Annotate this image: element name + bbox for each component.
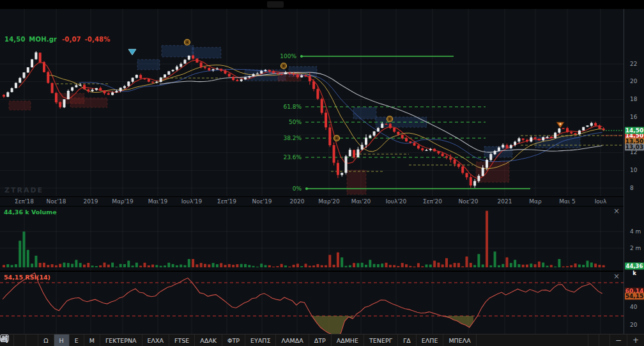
time-axis-label: 2019 (84, 198, 98, 205)
watermark: ZTRADE (4, 186, 43, 194)
price-pane[interactable]: 100%61.8%50%38.2%23.6%0% 14,50 MOH.gr -0… (0, 9, 624, 196)
price-tick: 20 (624, 78, 644, 84)
bottom-toolbar: i ΩΗΕΜ ΓΕΚΤΕΡΝΑΕΛΧΑFTSEΑΔΑΚΦΤΡΕΥΑΠΣΛΑΜΔΑ… (0, 334, 644, 346)
volume-value-label: 44,36 k (625, 263, 644, 270)
ticker-tab-ΕΥΑΠΣ[interactable]: ΕΥΑΠΣ (245, 334, 276, 346)
rsi-pane[interactable]: 54,15 RSI(14) × (0, 271, 624, 334)
rsi-close-icon[interactable]: × (613, 272, 620, 281)
ticker-tab-ΓΔ[interactable]: ΓΔ (398, 334, 417, 346)
time-axis-label: Νοε'19 (252, 198, 272, 205)
ticker-tab-ΕΛΠΕ[interactable]: ΕΛΠΕ (417, 334, 444, 346)
rsi-label: 54,15 RSI(14) (4, 274, 50, 281)
volume-tick: 4 m (624, 228, 644, 235)
time-axis-label: Μαρ'19 (112, 198, 133, 205)
zoom-in-button[interactable]: + (627, 334, 644, 346)
rsi-tick: 20 (624, 322, 644, 328)
price-value-label: 13,03 (625, 144, 644, 151)
time-axis-label: Ιουλ'19 (181, 198, 203, 205)
price-tick: 22 (624, 61, 644, 67)
timeframe-button-Μ[interactable]: Μ (84, 334, 100, 346)
time-axis-label: Μαι 5 (559, 198, 575, 205)
ticker-tab-ΔΤΡ[interactable]: ΔΤΡ (309, 334, 332, 346)
svg-text:100%: 100% (280, 53, 296, 59)
time-axis[interactable]: Σεπ'18Νοε'182019Μαρ'19Μαι'19Ιουλ'19Σεπ'1… (0, 196, 644, 207)
time-axis-label: Σεπ'19 (217, 198, 236, 205)
ticker-tab-ΜΠΕΛΑ[interactable]: ΜΠΕΛΑ (443, 334, 476, 346)
ticker-tab-FTSE[interactable]: FTSE (169, 334, 195, 346)
time-axis-label: Ιουλ'20 (386, 198, 407, 205)
timeframe-button-Ε[interactable]: Ε (70, 334, 84, 346)
top-bar-tab (267, 1, 284, 8)
price-tick: 8 (624, 185, 644, 191)
trading-app: 100%61.8%50%38.2%23.6%0% 14,50 MOH.gr -0… (0, 0, 644, 346)
svg-text:23.6%: 23.6% (283, 154, 302, 161)
rsi-value-label: 54,15 (625, 293, 644, 300)
time-axis-label: Σεπ'18 (15, 198, 34, 205)
time-axis-label: 2020 (290, 198, 305, 205)
ticker-tab-ΤΕΝΕΡΓ[interactable]: ΤΕΝΕΡΓ (364, 334, 398, 346)
ticker-tab-ΑΔΑΚ[interactable]: ΑΔΑΚ (195, 334, 222, 346)
ticker-info: 14,50 MOH.gr -0,07 -0,48% (4, 36, 113, 43)
volume-label: 44,36 k Volume (4, 208, 57, 216)
price-tick: 16 (624, 114, 644, 120)
ticker-symbol: MOH.gr (29, 36, 57, 43)
time-axis-label: Μαι'19 (148, 198, 168, 205)
timeframe-button-Ω[interactable]: Ω (38, 334, 54, 346)
ticker-tab-ΛΑΜΔΑ[interactable]: ΛΑΜΔΑ (276, 334, 309, 346)
price-tick: 18 (624, 96, 644, 102)
line-chart-icon[interactable] (588, 334, 599, 346)
ticker-tab-ΕΛΧΑ[interactable]: ΕΛΧΑ (142, 334, 170, 346)
svg-text:61.8%: 61.8% (283, 104, 302, 110)
draw-pencil-icon[interactable] (14, 334, 26, 346)
volume-close-icon[interactable]: × (613, 207, 620, 216)
top-bar (0, 0, 644, 9)
time-axis-label: Σεπ'20 (423, 198, 442, 205)
ticker-tab-ΑΔΜΗΕ[interactable]: ΑΔΜΗΕ (332, 334, 364, 346)
indicators-icon[interactable] (26, 334, 38, 346)
time-axis-label: Μαρ (529, 198, 541, 205)
price-axis-column[interactable]: 22201816121084 m2 m402014,5013,5013,0314… (624, 9, 644, 334)
ticker-tab-ΦΤΡ[interactable]: ΦΤΡ (222, 334, 245, 346)
svg-text:38.2%: 38.2% (283, 135, 302, 141)
ticker-change-pct: -0,48% (84, 36, 110, 43)
time-axis-label: Μαρ'20 (318, 198, 339, 205)
svg-text:0%: 0% (293, 185, 302, 192)
toolbar-spacer (477, 334, 588, 346)
price-tick: 10 (624, 167, 644, 173)
bar-chart-icon[interactable] (599, 334, 610, 346)
timeframe-button-Η[interactable]: Η (54, 334, 70, 346)
rsi-tick: 40 (624, 304, 644, 310)
time-axis-label: Μαι'20 (351, 198, 371, 205)
volume-pane[interactable]: 44,36 k Volume × (0, 207, 624, 271)
time-axis-label: 2021 (498, 198, 512, 205)
svg-text:50%: 50% (289, 119, 302, 125)
time-axis-label: Νοε'20 (458, 198, 478, 205)
ticker-tab-ΓΕΚΤΕΡΝΑ[interactable]: ΓΕΚΤΕΡΝΑ (100, 334, 142, 346)
time-axis-label: Ιουλ (595, 198, 607, 205)
price-value-label: 14,50 (625, 127, 644, 134)
zoom-out-button[interactable]: − (610, 334, 627, 346)
ticker-change: -0,07 (62, 36, 81, 43)
time-axis-label: Νοε'18 (46, 198, 66, 205)
ticker-price: 14,50 (4, 36, 26, 43)
volume-tick: 2 m (624, 245, 644, 251)
